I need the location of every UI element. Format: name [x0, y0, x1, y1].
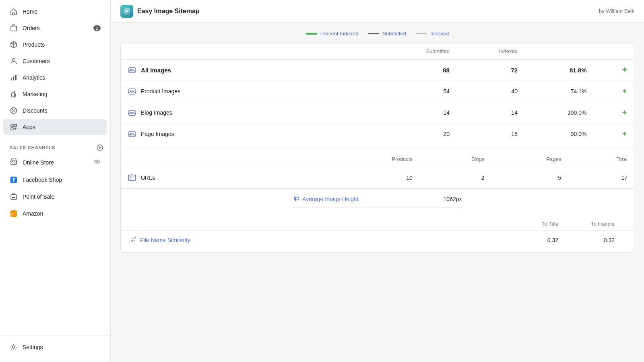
legend-indexed[interactable]: Indexed	[416, 31, 449, 37]
urls-col-pages: Pages	[491, 151, 568, 167]
orders-badge: 1	[93, 25, 101, 31]
add-sales-channel-button[interactable]	[96, 144, 104, 152]
all-images-star: ✦	[593, 60, 634, 81]
sidebar-item-settings-label: Settings	[23, 344, 43, 350]
page-images-icon	[127, 129, 137, 139]
svg-rect-4	[15, 75, 17, 80]
sidebar-item-orders[interactable]: Orders 1	[3, 20, 107, 36]
to-title-header: To Title	[526, 221, 558, 227]
svg-rect-31	[128, 175, 136, 181]
svg-point-30	[130, 133, 132, 134]
avg-image-height-label: Average Image Height	[303, 196, 359, 202]
svg-rect-2	[11, 78, 12, 80]
urls-col-total: Total	[568, 151, 634, 167]
store-icon	[10, 158, 18, 167]
col-header-star	[593, 43, 634, 60]
svg-point-28	[130, 112, 132, 113]
home-icon	[10, 8, 18, 16]
page-images-indexed: 18	[456, 123, 524, 145]
blog-images-percent: 100.0%	[524, 102, 593, 123]
blog-images-star: ✦	[593, 102, 634, 123]
page-images-percent: 90.0%	[524, 123, 593, 145]
author-label: by William Belk	[599, 8, 634, 14]
table-row: Page Images 20 18 90.0% ✦	[121, 123, 634, 145]
svg-point-24	[130, 69, 132, 70]
page-images-label: Page Images	[141, 131, 174, 137]
sales-channels-section: SALES CHANNELS	[0, 139, 110, 153]
indexed-line	[416, 33, 427, 34]
main-card: Submitted Indexed	[120, 43, 634, 253]
file-name-similarity-link[interactable]: File Name Similarity	[130, 236, 526, 244]
urls-total: 17	[568, 167, 634, 189]
col-header-submitted: Submitted	[378, 43, 456, 60]
star-icon: ✦	[621, 87, 627, 95]
crop-icon	[293, 195, 299, 203]
urls-products: 10	[326, 167, 419, 189]
submitted-line	[368, 33, 379, 34]
blog-images-label: Blog Images	[141, 109, 172, 116]
sidebar-item-amazon[interactable]: a Amazon	[3, 206, 107, 222]
sidebar-item-analytics[interactable]: Analytics	[3, 70, 107, 86]
sidebar-item-discounts[interactable]: Discounts	[3, 103, 107, 119]
blog-images-icon	[127, 108, 137, 117]
sidebar-item-apps[interactable]: Apps	[3, 119, 107, 135]
apps-icon	[10, 123, 18, 131]
all-images-submitted: 88	[378, 60, 456, 81]
sidebar-item-point-of-sale-label: Point of Sale	[23, 193, 54, 200]
svg-rect-11	[11, 128, 13, 130]
col-header-percent	[524, 43, 593, 60]
app-title-area: Easy Image Sitemap	[120, 5, 200, 18]
table-row: Product Images 54 40 74.1% ✦	[121, 81, 634, 102]
avg-image-height-section: Average Image Height 1062px	[121, 188, 634, 214]
amazon-icon: a	[10, 210, 18, 218]
app-icon	[120, 5, 133, 18]
sidebar-item-point-of-sale[interactable]: Point of Sale	[3, 189, 107, 205]
sidebar-item-settings[interactable]: Settings	[3, 339, 107, 355]
sidebar-item-customers-label: Customers	[23, 58, 50, 64]
all-images-percent: 81.8%	[524, 60, 593, 81]
facebook-icon	[10, 176, 18, 184]
to-handle-value: 0.32	[582, 237, 615, 243]
file-name-similarity-section: To Title To Handle File Name Similarity …	[121, 214, 634, 252]
product-images-icon	[127, 86, 137, 96]
svg-rect-13	[11, 161, 17, 165]
blog-images-submitted: 14	[378, 102, 456, 123]
sidebar-item-amazon-label: Amazon	[23, 210, 43, 217]
star-icon: ✦	[621, 130, 627, 138]
page-images-submitted: 20	[378, 123, 456, 145]
to-handle-header: To Handle	[582, 221, 615, 227]
app-title-text: Easy Image Sitemap	[137, 8, 200, 15]
legend-percent-indexed[interactable]: Percent Indexed	[306, 31, 359, 37]
sidebar-item-customers[interactable]: Customers	[3, 53, 107, 69]
svg-point-26	[130, 90, 132, 92]
urls-col-empty	[121, 151, 326, 167]
product-images-label: Product Images	[141, 88, 180, 95]
online-store-eye-icon[interactable]	[93, 158, 101, 167]
sidebar-item-products[interactable]: Products	[3, 37, 107, 53]
page-images-star: ✦	[593, 123, 634, 145]
table-row: URLs 10 2 5 17	[121, 167, 634, 189]
sidebar-item-facebook-shop[interactable]: Facebook Shop	[3, 172, 107, 188]
col-header-empty	[121, 43, 378, 60]
analytics-icon	[10, 74, 18, 82]
images-table: Submitted Indexed	[121, 43, 634, 144]
urls-pages: 5	[491, 167, 568, 189]
sidebar-item-marketing[interactable]: Marketing	[3, 86, 107, 102]
sidebar-item-apps-label: Apps	[23, 124, 35, 130]
similarity-icon	[130, 236, 137, 244]
sidebar-item-online-store[interactable]: Online Store	[3, 154, 107, 171]
customers-icon	[10, 57, 18, 65]
blog-images-indexed: 14	[456, 102, 524, 123]
legend-submitted[interactable]: Submitted	[368, 31, 406, 37]
sales-channels-label: SALES CHANNELS	[10, 145, 55, 150]
avg-image-height-link[interactable]: Average Image Height	[293, 195, 359, 203]
urls-blogs: 2	[419, 167, 491, 189]
star-icon: ✦	[621, 109, 627, 117]
urls-col-products: Products	[326, 151, 419, 167]
sidebar-item-home[interactable]: Home	[3, 4, 107, 20]
legend-indexed-label: Indexed	[430, 31, 449, 37]
legend-submitted-label: Submitted	[382, 31, 406, 37]
svg-point-15	[96, 161, 98, 162]
all-images-indexed: 72	[456, 60, 524, 81]
products-icon	[10, 41, 18, 49]
